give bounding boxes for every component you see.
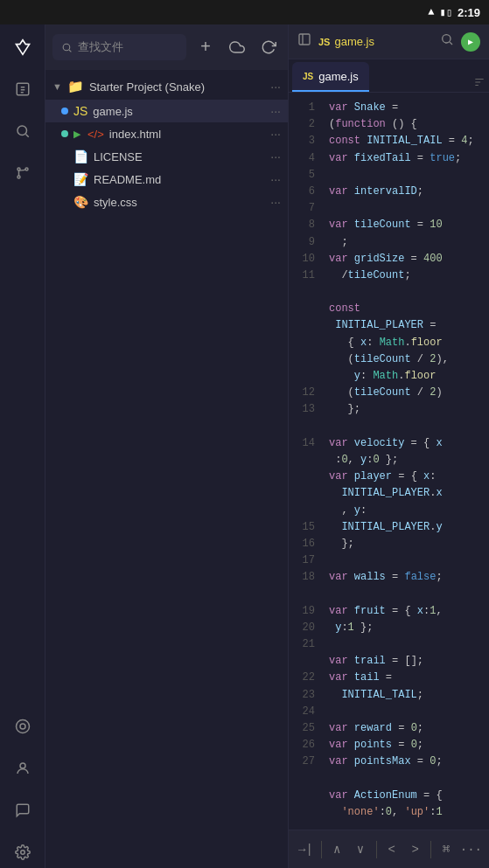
- file-tree: ▼ 📁 Starter Project (Snake) ··· JS game.…: [45, 70, 288, 868]
- editor-search-icon[interactable]: [440, 32, 454, 51]
- editor-topbar-filename: JS game.js: [318, 35, 374, 48]
- modified-dot-index-html: [61, 130, 68, 137]
- file-item-license[interactable]: 📄 LICENSE ···: [45, 145, 288, 168]
- search-box[interactable]: 查找文件: [52, 34, 186, 60]
- filename-license: LICENSE: [94, 150, 265, 163]
- main-layout: 查找文件 + ▼ 📁 Starter: [0, 24, 489, 868]
- html-icon: </>: [87, 128, 104, 141]
- editor-topbar: JS game.js ▶: [289, 24, 489, 59]
- line-numbers: 1 2 3 4 5 6 7 8 9 10 11 12 13: [289, 93, 322, 830]
- separator-1: [321, 841, 322, 858]
- file-more-readme[interactable]: ···: [270, 172, 281, 186]
- tab-game-js[interactable]: JS game.js: [292, 62, 369, 92]
- activity-bar: [0, 24, 45, 868]
- svg-point-11: [443, 35, 451, 43]
- target-icon[interactable]: [7, 711, 38, 742]
- svg-point-8: [20, 851, 24, 855]
- bottom-toolbar: →| ∧ ∨ < > ⌘ ···: [289, 830, 489, 868]
- editor-tabs: JS game.js: [289, 59, 489, 93]
- filename-index-html: index.html: [109, 128, 266, 141]
- run-button[interactable]: ▶: [461, 32, 480, 52]
- indent-button[interactable]: →|: [296, 836, 316, 864]
- battery-icon: ▮▯: [440, 6, 452, 19]
- status-time: 2:19: [458, 6, 480, 19]
- cmd-button[interactable]: ⌘: [437, 836, 457, 864]
- js-icon-game: JS: [73, 104, 87, 118]
- svg-point-1: [17, 126, 27, 135]
- svg-point-5: [16, 720, 29, 733]
- cursor-up-button[interactable]: ∧: [327, 836, 347, 864]
- svg-point-7: [20, 763, 25, 768]
- project-more-button[interactable]: ···: [270, 80, 281, 94]
- pin-icon[interactable]: [7, 31, 38, 63]
- modified-dot-game-js: [61, 108, 68, 115]
- files-icon[interactable]: [7, 73, 38, 105]
- editor-area: JS game.js ▶ JS game.js: [289, 24, 489, 868]
- filename-style-css: style.css: [94, 196, 265, 209]
- filename-game-js: game.js: [93, 105, 265, 118]
- svg-point-9: [63, 44, 70, 51]
- cursor-right-button[interactable]: >: [405, 836, 425, 864]
- project-row[interactable]: ▼ 📁 Starter Project (Snake) ···: [45, 73, 288, 100]
- git-icon[interactable]: [7, 157, 38, 189]
- svg-rect-10: [299, 34, 310, 45]
- file-item-style-css[interactable]: 🎨 style.css ···: [45, 191, 288, 213]
- play-indicator: ▶: [73, 128, 80, 140]
- add-file-button[interactable]: +: [193, 35, 218, 59]
- css-icon: 🎨: [73, 195, 88, 209]
- status-bar: ▲ ▮▯ 2:19: [0, 0, 489, 24]
- more-button[interactable]: ···: [460, 836, 482, 864]
- file-item-readme[interactable]: 📝 README.md ···: [45, 168, 288, 191]
- sidebar-toggle-icon[interactable]: [297, 32, 311, 51]
- search-placeholder: 查找文件: [78, 39, 123, 55]
- project-name: Starter Project (Snake): [89, 80, 265, 94]
- code-content[interactable]: var Snake = (function () { const INITIAL…: [322, 93, 489, 830]
- svg-point-6: [20, 724, 25, 729]
- file-item-game-js[interactable]: JS game.js ···: [45, 100, 288, 122]
- js-badge-tab: JS: [303, 72, 313, 81]
- tab-sort-icon[interactable]: [473, 76, 486, 92]
- code-editor[interactable]: 1 2 3 4 5 6 7 8 9 10 11 12 13: [289, 93, 489, 830]
- md-icon: 📝: [73, 172, 88, 186]
- file-more-style-css[interactable]: ···: [270, 195, 281, 209]
- file-item-index-html[interactable]: ▶ </> index.html ···: [45, 122, 288, 145]
- tree-chevron: ▼: [52, 81, 62, 92]
- settings-icon[interactable]: [7, 837, 38, 868]
- file-more-license[interactable]: ···: [270, 149, 281, 163]
- sidebar: 查找文件 + ▼ 📁 Starter: [45, 24, 289, 868]
- cursor-down-button[interactable]: ∨: [351, 836, 371, 864]
- chat-icon[interactable]: [7, 795, 38, 826]
- separator-3: [430, 841, 431, 858]
- refresh-icon[interactable]: [256, 35, 281, 59]
- cursor-left-button[interactable]: <: [381, 836, 402, 864]
- folder-icon: 📁: [67, 79, 84, 94]
- search-activity-icon[interactable]: [7, 115, 38, 147]
- sidebar-toolbar: 查找文件 +: [45, 24, 288, 70]
- svg-point-4: [17, 176, 20, 178]
- user-icon[interactable]: [7, 753, 38, 784]
- file-more-index-html[interactable]: ···: [270, 127, 281, 141]
- license-icon: 📄: [73, 149, 88, 163]
- separator-2: [376, 841, 377, 858]
- cloud-icon[interactable]: [225, 35, 249, 59]
- wifi-icon: ▲: [428, 6, 434, 18]
- js-badge-top: JS: [318, 37, 330, 47]
- file-more-game-js[interactable]: ···: [270, 104, 281, 118]
- filename-readme: README.md: [94, 173, 265, 186]
